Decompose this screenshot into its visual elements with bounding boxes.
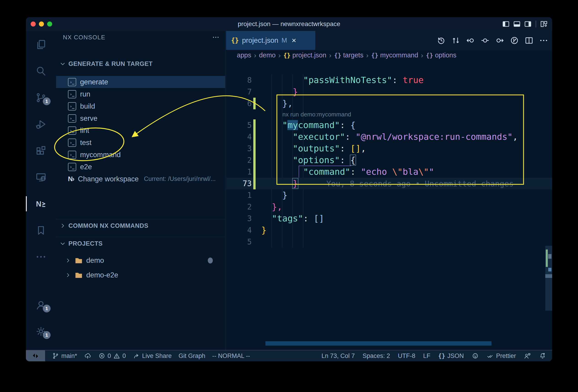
code-line-content[interactable]: "command": "echo \"bla\"" (261, 166, 434, 178)
activity-item-more-views[interactable] (26, 249, 56, 265)
activity-item-settings[interactable]: 1 (26, 323, 56, 339)
code-line-content[interactable]: "executor": "@nrwl/workspace:run-command… (261, 131, 518, 143)
code-line[interactable]: 2 }, (226, 201, 552, 213)
activity-item-run-and-debug[interactable] (26, 116, 56, 132)
sidebar-item-run[interactable]: ›_run (56, 88, 225, 100)
editor-action-current-change[interactable] (480, 36, 490, 45)
line-number[interactable]: 73 (226, 178, 252, 189)
status-remote[interactable] (26, 350, 45, 361)
code-line-content[interactable]: "outputs": [], (261, 143, 366, 154)
codelens-run-command[interactable]: nx run demo:mycommand (282, 109, 351, 119)
editor-action-timeline-history[interactable] (436, 36, 446, 45)
tab-close-icon[interactable]: × (291, 36, 296, 45)
code-line[interactable]: 1 } (226, 189, 552, 201)
project-item-demo-e2e[interactable]: demo-e2e (56, 268, 225, 282)
activity-item-search[interactable] (26, 63, 56, 79)
line-number[interactable]: 1 (226, 166, 252, 178)
code-line-content[interactable]: "passWithNoTests": true (261, 74, 424, 86)
code-line-content[interactable]: }You, 8 seconds ago • Uncommitted change… (261, 178, 514, 190)
sidebar-item-e2e[interactable]: ›_e2e (56, 161, 225, 173)
section-header-projects[interactable]: PROJECTS (56, 237, 225, 250)
code-line[interactable]: 3 "outputs": [], (226, 143, 552, 154)
sidebar-item-mycommand[interactable]: ›_mycommand (56, 149, 225, 161)
editor-action-more-actions[interactable] (539, 36, 548, 45)
breadcrumb-item-apps[interactable]: apps (237, 51, 251, 59)
code-line-content[interactable]: }, (261, 201, 282, 213)
breadcrumb-item-targets[interactable]: {} targets (334, 51, 363, 59)
line-number[interactable]: 8 (226, 74, 252, 86)
code-line-content[interactable]: } (261, 189, 288, 201)
section-header-targets[interactable]: GENERATE & RUN TARGET (56, 57, 225, 70)
activity-item-extensions[interactable] (26, 143, 56, 159)
code-area[interactable]: 8 "passWithNoTests": true7 }6 },nx run d… (226, 61, 552, 350)
status-encoding[interactable]: UTF-8 (398, 352, 416, 359)
code-line-content[interactable]: }, (261, 98, 293, 109)
status-sync[interactable] (84, 352, 91, 359)
code-line-content[interactable]: } (261, 224, 267, 236)
breadcrumb-item-project.json[interactable]: {} project.json (283, 51, 326, 59)
editor-action-open-changes[interactable] (510, 36, 519, 45)
code-line[interactable]: 7 } (226, 86, 552, 98)
status-language-mode[interactable]: {}JSON (438, 352, 464, 359)
sidebar-more-actions-icon[interactable] (212, 33, 220, 41)
status-indentation[interactable]: Spaces: 2 (363, 352, 390, 359)
code-line-content[interactable]: "options": { (261, 154, 356, 166)
status-prettier[interactable]: Prettier (487, 352, 516, 359)
status-problems[interactable]: 00 (98, 352, 126, 359)
code-line[interactable]: 5 "mycommand": { (226, 119, 552, 131)
status-live-share[interactable]: Live Share (133, 352, 172, 359)
section-header-common[interactable]: COMMON NX COMMANDS (56, 219, 225, 232)
code-line[interactable]: 5 (226, 236, 552, 248)
code-line-content[interactable]: "mycommand": { (261, 119, 356, 131)
code-line[interactable]: 1 "command": "echo \"bla\"" (226, 166, 552, 178)
activity-item-explorer[interactable] (26, 37, 56, 53)
code-line-content[interactable]: } (261, 86, 298, 98)
titlebar-toggle-panel-left[interactable] (502, 20, 510, 28)
code-line-content[interactable]: "tags": [] (261, 213, 324, 224)
sidebar-item-generate[interactable]: ›_generate (56, 76, 225, 88)
tab-project-json[interactable]: {} project.json M × (226, 31, 315, 50)
line-number[interactable]: 4 (226, 224, 252, 236)
sidebar-item-change-workspace[interactable]: N›Change workspaceCurrent: /Users/juri/n… (56, 173, 225, 185)
status-eol[interactable]: LF (423, 352, 431, 359)
breadcrumb-item-options[interactable]: {} options (426, 51, 456, 59)
activity-item-source-control[interactable]: 1 (26, 90, 56, 106)
horizontal-scrollbar[interactable] (265, 341, 491, 346)
code-line[interactable]: 2 "options": { (226, 154, 552, 166)
project-item-demo[interactable]: demo (56, 253, 225, 268)
activity-item-bookmarks[interactable] (26, 222, 56, 238)
activity-item-nx-console[interactable]: N (26, 196, 56, 212)
status-vim-mode[interactable]: -- NORMAL -- (212, 352, 250, 359)
line-number[interactable]: 6 (226, 98, 252, 109)
status-feedback[interactable] (524, 352, 531, 359)
titlebar-toggle-panel-right[interactable] (524, 20, 532, 28)
line-number[interactable]: 1 (226, 189, 252, 201)
line-number[interactable]: 5 (226, 119, 252, 131)
line-number[interactable]: 4 (226, 131, 252, 143)
code-line[interactable]: 4 "executor": "@nrwl/workspace:run-comma… (226, 131, 552, 143)
status-notifications[interactable] (539, 352, 546, 359)
line-number[interactable]: 3 (226, 143, 252, 154)
status-cursor-position[interactable]: Ln 73, Col 7 (322, 352, 355, 359)
titlebar-toggle-panel-bottom[interactable] (513, 20, 521, 28)
editor-action-previous-change[interactable] (466, 36, 475, 45)
sidebar-item-test[interactable]: ›_test (56, 136, 225, 149)
breadcrumb-item-mycommand[interactable]: {} mycommand (371, 51, 418, 59)
line-number[interactable]: 5 (226, 236, 252, 248)
breadcrumb-item-demo[interactable]: demo (259, 51, 276, 59)
code-line[interactable]: 6 }, (226, 98, 552, 109)
status-github[interactable] (472, 352, 479, 359)
editor-action-split-editor[interactable] (524, 36, 534, 45)
sidebar-item-build[interactable]: ›_build (56, 100, 225, 112)
code-line[interactable]: 3 "tags": [] (226, 213, 552, 224)
code-line[interactable]: 8 "passWithNoTests": true (226, 74, 552, 86)
status-branch[interactable]: main* (52, 352, 77, 359)
editor-action-next-change[interactable] (495, 36, 505, 45)
sidebar-item-lint[interactable]: ›_lint (56, 125, 225, 136)
activity-item-accounts[interactable]: 1 (26, 297, 56, 313)
line-number[interactable]: 7 (226, 86, 252, 98)
status-git-graph[interactable]: Git Graph (179, 352, 205, 359)
code-line[interactable]: 73 }You, 8 seconds ago • Uncommitted cha… (226, 178, 552, 189)
sidebar-item-serve[interactable]: ›_serve (56, 112, 225, 125)
editor-action-compare-changes[interactable] (451, 36, 461, 45)
